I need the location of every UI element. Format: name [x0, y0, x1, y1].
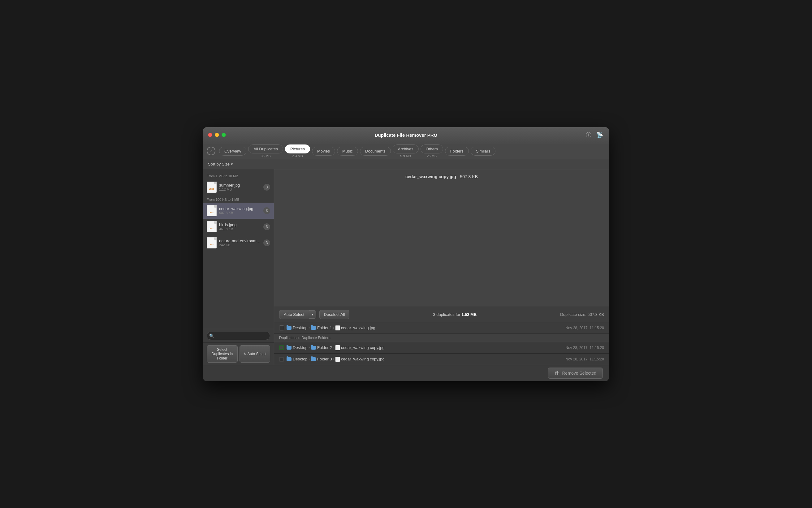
file-path: Desktop › Folder 3 › cedar_waxwing copy.…: [287, 357, 563, 362]
file-path: Desktop › Folder 2 › cedar_waxwing copy.…: [287, 345, 563, 350]
tab-pictures[interactable]: Pictures 2.3 MB: [285, 144, 310, 158]
minimize-button[interactable]: [215, 133, 219, 137]
dup-total-size: 1.52 MB: [461, 312, 477, 317]
sort-button[interactable]: Sort by Size ▾: [208, 162, 233, 166]
tab-music-label[interactable]: Music: [337, 146, 358, 156]
deselect-all-button[interactable]: Deselect All: [319, 310, 350, 319]
path-folder2: Folder 2: [317, 345, 332, 350]
tab-archives[interactable]: Archives 5.9 MB: [393, 144, 419, 158]
file-name: birds.jpeg: [219, 222, 261, 227]
tab-movies[interactable]: Movies: [312, 146, 335, 156]
tab-movies-label[interactable]: Movies: [312, 146, 335, 156]
window-title: Duplicate File Remover PRO: [375, 132, 437, 138]
search-icon: 🔍: [209, 334, 214, 338]
titlebar: Duplicate File Remover PRO ⓘ 📡: [203, 127, 609, 143]
back-button[interactable]: ‹: [207, 146, 215, 155]
duplicate-file-item[interactable]: Desktop › Folder 2 › cedar_waxwing copy.…: [274, 342, 609, 354]
path-filename: cedar_waxwing copy.jpg: [341, 357, 385, 362]
tab-others[interactable]: Others 25 MB: [421, 144, 443, 158]
file-icon-sm: [335, 357, 340, 362]
file-date: Nov 28, 2017, 11:15:20: [565, 326, 604, 330]
tab-others-label[interactable]: Others: [421, 144, 443, 154]
file-date: Nov 28, 2017, 11:15:20: [565, 357, 604, 362]
search-input[interactable]: [207, 332, 270, 340]
path-folder3: Folder 3: [317, 357, 332, 362]
path-filename: cedar_waxwing.jpg: [341, 326, 375, 330]
duplicate-info: 3 duplicates for 1.52 MB: [352, 312, 557, 317]
tab-music[interactable]: Music: [337, 146, 358, 156]
path-chevron-icon: ›: [333, 326, 334, 330]
path-desktop: Desktop: [293, 357, 308, 362]
tab-all-duplicates-sub: 33 MB: [261, 154, 271, 158]
sub-bar: Sort by Size ▾: [203, 159, 609, 169]
file-thumbnail: JPEG: [207, 205, 217, 216]
auto-select-button[interactable]: ✳ Auto Select: [240, 345, 270, 363]
traffic-lights: [208, 133, 226, 137]
list-item[interactable]: JPEG nature-and-environment.jpg 242 KB 3: [203, 235, 274, 251]
file-info: summer.jpg 1.12 MB: [219, 183, 261, 191]
duplicate-size-info: Duplicate size: 507.3 KB: [560, 312, 604, 317]
tab-archives-label[interactable]: Archives: [393, 144, 419, 154]
tab-all-duplicates-label[interactable]: All Duplicates: [248, 144, 283, 154]
group-header-2: From 100 KB to 1 MB: [203, 195, 274, 203]
auto-select-btn-label: Auto Select: [284, 312, 304, 317]
desktop-folder-icon: [287, 357, 292, 361]
svg-rect-32: [280, 357, 283, 361]
tab-overview-label[interactable]: Overview: [219, 146, 246, 156]
tab-overview[interactable]: Overview: [219, 146, 246, 156]
path-filename: cedar_waxwing copy.jpg: [341, 345, 385, 350]
file-icon-sm: [335, 326, 340, 330]
sidebar-buttons: Select Duplicates in Folder ✳ Auto Selec…: [203, 342, 274, 365]
sidebar-list: From 1 MB to 10 MB JPEG summer.jpg 1.12 …: [203, 169, 274, 329]
duplicate-count-badge: 3: [263, 184, 270, 190]
auto-select-dropdown-button[interactable]: ▾: [309, 310, 316, 319]
toolbar-right: ⓘ 📡: [584, 131, 604, 139]
file-checkbox[interactable]: [279, 326, 284, 330]
info-icon[interactable]: ⓘ: [584, 131, 593, 139]
folder-checkbox[interactable]: [279, 345, 284, 350]
file-info: cedar_waxwing.jpg 507.3 KB: [219, 206, 261, 215]
tab-folders-label[interactable]: Folders: [445, 146, 469, 156]
sort-label: Sort by Size: [208, 162, 229, 166]
path-chevron-icon: ›: [309, 357, 310, 361]
path-desktop: Desktop: [293, 326, 308, 330]
dup-size-label: Duplicate size: 507.3 KB: [560, 312, 604, 317]
desktop-folder-icon: [287, 346, 292, 350]
folder-checkbox[interactable]: [279, 357, 284, 362]
bottom-bar: 🗑 Remove Selected: [203, 365, 609, 381]
tab-folders[interactable]: Folders: [445, 146, 469, 156]
original-file-item[interactable]: Desktop › Folder 1 › cedar_waxwing.jpg N…: [274, 323, 609, 334]
select-duplicates-in-folder-button[interactable]: Select Duplicates in Folder: [207, 345, 238, 363]
auto-select-button[interactable]: Auto Select: [279, 310, 309, 319]
sidebar-search-area: 🔍: [203, 329, 274, 342]
close-button[interactable]: [208, 133, 212, 137]
folder2-icon: [311, 346, 316, 350]
tab-pictures-label[interactable]: Pictures: [285, 144, 310, 154]
tab-similars-label[interactable]: Similars: [471, 146, 496, 156]
duplicate-folders-section-header: Duplicates in Duplicate Folders: [274, 334, 609, 342]
group-header-1: From 1 MB to 10 MB: [203, 172, 274, 179]
path-folder1: Folder 1: [317, 326, 332, 330]
tab-documents[interactable]: Documents: [360, 146, 391, 156]
file-icon-sm: [335, 345, 340, 350]
wifi-icon[interactable]: 📡: [595, 131, 604, 139]
tab-documents-label[interactable]: Documents: [360, 146, 391, 156]
preview-filename: cedar_waxwing copy.jpg: [405, 174, 456, 179]
svg-rect-31: [280, 346, 283, 349]
preview-size: - 507.3 KB: [457, 174, 478, 179]
list-item[interactable]: JPEG summer.jpg 1.12 MB 3: [203, 179, 274, 195]
tab-all-duplicates[interactable]: All Duplicates 33 MB: [248, 144, 283, 158]
list-item[interactable]: JPEG cedar_waxwing.jpg 507.3 KB 3: [203, 203, 274, 219]
preview-title: cedar_waxwing copy.jpg - 507.3 KB: [405, 174, 478, 179]
remove-selected-button[interactable]: 🗑 Remove Selected: [548, 368, 603, 379]
path-chevron-icon: ›: [309, 326, 310, 330]
tab-archives-sub: 5.9 MB: [400, 154, 411, 158]
auto-select-star-icon: ✳: [243, 352, 246, 356]
list-item[interactable]: JPEG birds.jpeg 461.8 KB 3: [203, 219, 274, 235]
auto-select-wrap: Auto Select ▾: [279, 310, 316, 319]
file-size: 507.3 KB: [219, 211, 261, 215]
duplicate-file-item[interactable]: Desktop › Folder 3 › cedar_waxwing copy.…: [274, 354, 609, 365]
maximize-button[interactable]: [222, 133, 226, 137]
file-info: nature-and-environment.jpg 242 KB: [219, 239, 261, 247]
tab-similars[interactable]: Similars: [471, 146, 496, 156]
